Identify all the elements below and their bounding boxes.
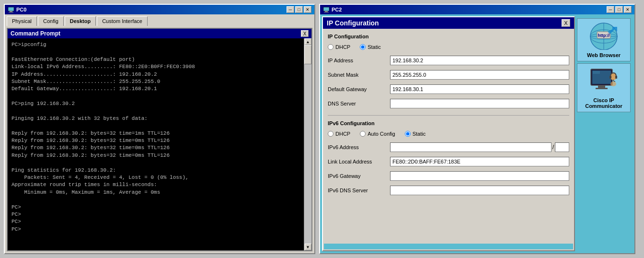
ipv6-auto-radio[interactable] (360, 131, 366, 137)
link-local-row: Link Local Address (328, 157, 569, 166)
ipv6-dhcp-label: DHCP (335, 131, 350, 137)
default-gateway-input[interactable] (390, 84, 569, 94)
dns-server-label: DNS Server (328, 101, 390, 106)
web-browser-label: Web Browser (587, 52, 621, 58)
ipv6-section-label: IPv6 Configuration (328, 120, 569, 126)
cmd-titlebar: Command Prompt X (8, 29, 311, 38)
scroll-up-arrow[interactable]: ▲ (305, 38, 311, 45)
ipv6-dhcp-radio-item[interactable]: DHCP (328, 131, 350, 137)
ip-config-body: IP Configuration DHCP Static IP Address (323, 29, 574, 243)
svg-rect-3 (323, 7, 329, 11)
link-local-input[interactable] (390, 157, 569, 166)
pc2-minimize-btn[interactable]: ─ (607, 6, 614, 13)
svg-rect-21 (615, 76, 617, 79)
pc0-title-area: PC0 (8, 6, 26, 13)
ip-config-title: IP Configuration (327, 19, 379, 27)
web-browser-svg: http:// (588, 22, 620, 50)
ip-section-label: IP Configuration (328, 34, 569, 39)
svg-rect-17 (598, 85, 605, 88)
dns-server-input[interactable] (390, 99, 569, 108)
pc0-maximize-btn[interactable]: □ (295, 6, 303, 13)
dns-server-row: DNS Server (328, 99, 569, 108)
svg-rect-1 (10, 11, 12, 12)
dhcp-label: DHCP (335, 44, 350, 50)
link-local-label: Link Local Address (328, 159, 390, 164)
pc2-title-area: PC2 (323, 6, 342, 13)
static-radio[interactable] (360, 44, 366, 50)
cisco-ip-icon-img (587, 67, 621, 95)
default-gateway-row: Default Gateway (328, 84, 569, 94)
pc0-title: PC0 (16, 7, 26, 12)
section-divider (328, 115, 569, 116)
subnet-mask-label: Subnet Mask (328, 72, 390, 78)
static-radio-item[interactable]: Static (360, 44, 381, 50)
tab-custom-interface[interactable]: Custom Interface (97, 16, 148, 26)
svg-rect-2 (9, 12, 13, 12)
svg-text:http://: http:// (598, 33, 610, 38)
pc0-close-btn[interactable]: ✕ (304, 6, 311, 13)
subnet-mask-input[interactable] (390, 70, 569, 80)
dhcp-radio-item[interactable]: DHCP (328, 44, 350, 50)
pc0-minimize-btn[interactable]: ─ (287, 6, 294, 13)
web-browser-icon-box[interactable]: http:// Web Browser (577, 18, 631, 61)
svg-rect-0 (8, 7, 14, 11)
ipv6-address-input[interactable] (390, 142, 552, 152)
web-browser-icon-img: http:// (587, 22, 621, 50)
ipv6-dns-row: IPv6 DNS Server (328, 186, 569, 195)
subnet-mask-row: Subnet Mask (328, 70, 569, 80)
dhcp-radio[interactable] (328, 44, 334, 50)
ipv6-prefix-input[interactable] (555, 142, 569, 152)
ipv6-dns-input[interactable] (390, 186, 569, 195)
ipv6-gateway-label: IPv6 Gateway (328, 173, 390, 179)
tab-config[interactable]: Config (38, 16, 64, 26)
scrollbar-thumb[interactable] (304, 45, 311, 64)
ip-address-row: IP Address (328, 56, 569, 65)
ipv6-static-radio[interactable] (405, 131, 411, 137)
pc2-icon (323, 6, 330, 13)
slash-separator: / (552, 144, 554, 151)
command-prompt-window: Command Prompt X PC>ipconfig FastEtherne… (7, 28, 312, 251)
ipv6-auto-radio-item[interactable]: Auto Config (360, 131, 395, 137)
cmd-scrollbar: ▲ ▼ (304, 38, 311, 250)
svg-rect-18 (596, 88, 608, 89)
ipv6-auto-label: Auto Config (368, 131, 395, 137)
svg-point-22 (610, 82, 616, 86)
pc2-close-btn[interactable]: ✕ (624, 6, 632, 13)
pc0-titlebar: PC0 ─ □ ✕ (5, 5, 314, 14)
ipv6-gateway-row: IPv6 Gateway (328, 171, 569, 181)
cisco-ip-icon-box[interactable]: Cisco IP Communicator (577, 63, 631, 112)
pc2-main-content: IP Configuration X IP Configuration DHCP… (320, 14, 634, 253)
ipv6-gateway-input[interactable] (390, 171, 569, 181)
pc0-window: PC0 ─ □ ✕ Physical Config Desktop Custom… (4, 4, 315, 254)
ip-config-close-btn[interactable]: X (562, 19, 570, 27)
static-label: Static (368, 44, 381, 50)
default-gateway-label: Default Gateway (328, 86, 390, 92)
pc2-titlebar: PC2 ─ □ ✕ (320, 5, 634, 14)
scroll-down-arrow[interactable]: ▼ (305, 244, 311, 250)
tab-desktop[interactable]: Desktop (65, 16, 96, 26)
ipv6-static-radio-item[interactable]: Static (405, 131, 426, 137)
scrollbar-track[interactable] (304, 45, 311, 244)
svg-rect-20 (610, 76, 611, 79)
svg-rect-4 (325, 11, 328, 12)
pc2-title: PC2 (332, 7, 342, 12)
svg-rect-5 (324, 12, 329, 12)
pc2-maximize-btn[interactable]: □ (615, 6, 623, 13)
ip-radio-group: DHCP Static (328, 44, 569, 50)
ipv6-address-field-group: / (390, 142, 569, 152)
ip-config-bottom-bar (324, 244, 573, 249)
cmd-title: Command Prompt (11, 30, 60, 37)
ipv6-address-row: IPv6 Address / (328, 142, 569, 152)
ipv6-address-label: IPv6 Address (328, 144, 390, 150)
tab-physical[interactable]: Physical (7, 16, 37, 26)
ip-config-titlebar: IP Configuration X (323, 17, 574, 29)
pc2-window-controls: ─ □ ✕ (607, 6, 632, 13)
ip-address-input[interactable] (390, 56, 569, 65)
cisco-ip-label: Cisco IP Communicator (585, 97, 622, 109)
cmd-close-btn[interactable]: X (301, 30, 309, 37)
svg-rect-16 (593, 71, 600, 74)
pc0-desktop-content: Command Prompt X PC>ipconfig FastEtherne… (5, 26, 314, 253)
cmd-output[interactable]: PC>ipconfig FastEthernet0 Connection:(de… (8, 38, 304, 250)
ipv6-dns-label: IPv6 DNS Server (328, 188, 390, 193)
ipv6-dhcp-radio[interactable] (328, 131, 334, 137)
